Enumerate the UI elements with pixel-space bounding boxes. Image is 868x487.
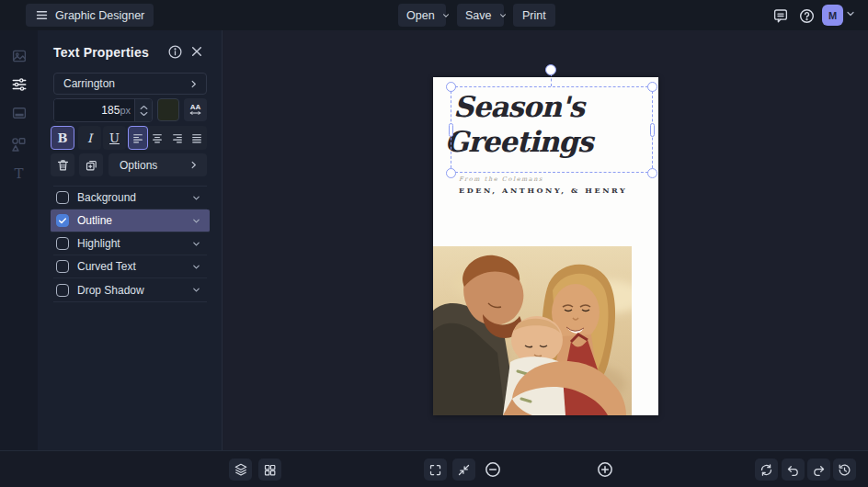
toggle-highlight[interactable]: Highlight [53,232,207,255]
family-photo[interactable] [433,246,632,415]
bottom-bar: 28 % [0,450,868,487]
selection-handle-bottom-right[interactable] [647,168,657,178]
print-button-label: Print [522,9,546,22]
rail-item-templates[interactable] [0,100,38,126]
align-center-button[interactable] [148,126,168,150]
chevron-down-icon[interactable] [191,285,201,295]
duplicate-button[interactable] [79,153,103,176]
selection-handle-mid-left[interactable] [449,123,453,137]
layers-button[interactable] [229,459,252,481]
chevron-down-icon[interactable] [191,216,201,226]
bold-label: B [58,131,68,145]
chevron-right-icon [188,160,199,170]
toggle-background[interactable]: Background [53,187,207,210]
toggle-curved-text[interactable]: Curved Text [53,255,207,278]
fit-screen-button[interactable] [424,459,447,481]
trash-icon [56,158,70,172]
chat-icon [772,7,789,24]
italic-button[interactable]: I [78,126,101,150]
align-left-button[interactable] [128,126,148,150]
align-justify-button[interactable] [188,126,208,150]
zoom-out-button[interactable] [484,460,502,479]
font-family-select[interactable]: Carrington [53,73,207,95]
underline-label: U [109,131,120,145]
alignment-group [128,126,207,150]
selection-handle-mid-right[interactable] [650,123,655,137]
text-color-swatch[interactable] [157,98,179,121]
image-icon [11,48,28,64]
selection-handle-top-right[interactable] [647,82,657,92]
top-bar: Graphic Designer Open Save Print [0,0,868,30]
align-center-icon [151,132,164,144]
letter-spacing-button[interactable]: AA [184,98,207,121]
card-names[interactable]: EDEN, ANTHONY, & HENRY [459,186,627,195]
open-button[interactable]: Open [398,4,446,27]
redo-icon [812,463,826,477]
bold-button[interactable]: B [51,126,74,150]
align-left-icon [131,132,144,144]
info-icon[interactable] [167,44,183,60]
help-icon [798,7,816,25]
delete-button[interactable] [51,153,74,176]
user-avatar[interactable]: M [822,5,843,26]
refresh-button[interactable] [755,459,778,481]
selection-box[interactable] [451,86,653,173]
print-button[interactable]: Print [513,4,555,27]
align-right-button[interactable] [167,126,188,150]
font-size-unit: px [120,105,131,116]
letter-spacing-label: AA [190,104,201,110]
duplicate-icon [85,158,98,172]
font-size-input[interactable]: 185px [54,99,134,121]
rail-item-shapes[interactable] [0,131,38,157]
grid-icon [263,463,277,477]
rotate-handle[interactable] [545,64,556,75]
checkbox[interactable] [56,237,69,250]
chevron-down-icon[interactable] [191,262,201,272]
rail-item-images[interactable] [0,43,38,69]
check-icon [58,216,67,225]
selection-handle-bottom-left[interactable] [446,168,456,178]
toggle-outline[interactable]: Outline [51,210,210,232]
main-menu-button[interactable]: Graphic Designer [26,4,154,27]
checkbox[interactable] [56,191,69,204]
chevron-down-icon [140,111,148,117]
tool-rail: T [0,30,38,450]
sliders-icon [11,76,28,93]
help-button[interactable] [795,5,818,27]
font-size-stepper[interactable] [134,99,152,121]
rail-item-properties[interactable] [0,72,38,97]
chevron-down-icon[interactable] [191,239,201,249]
selection-handle-top-left[interactable] [446,82,456,92]
graphic-designer-app: Graphic Designer Open Save Print [0,0,868,487]
options-label: Options [120,159,157,172]
card-subline[interactable]: From the Colemans [459,176,543,183]
italic-label: I [87,131,92,145]
zoom-in-button[interactable] [596,460,614,479]
align-justify-icon [190,132,203,144]
width-arrows-icon [189,110,201,116]
font-family-value: Carrington [63,77,115,90]
plus-circle-icon [596,460,614,479]
close-panel-icon[interactable] [189,44,204,59]
comments-button[interactable] [769,5,792,27]
toggle-drop-shadow[interactable]: Drop Shadow [53,278,207,301]
checkbox[interactable] [56,260,69,273]
text-tool-icon: T [10,165,28,183]
chevron-right-icon [188,79,199,89]
font-size-value: 185 [101,104,120,117]
pages-grid-button[interactable] [258,459,281,481]
chevron-down-icon[interactable] [191,193,201,203]
options-button[interactable]: Options [108,153,207,176]
checkbox[interactable] [56,214,69,227]
history-button[interactable] [833,459,856,481]
redo-button[interactable] [807,459,830,481]
shrink-view-button[interactable] [452,459,475,481]
account-menu-chevron-icon[interactable] [845,8,856,19]
rail-item-text[interactable]: T [0,161,38,187]
underline-button[interactable]: U [103,126,126,150]
checkbox[interactable] [56,284,69,297]
undo-button[interactable] [782,459,805,481]
panel-title: Text Properties [53,45,149,60]
save-button[interactable]: Save [457,4,504,27]
align-right-icon [171,132,184,144]
